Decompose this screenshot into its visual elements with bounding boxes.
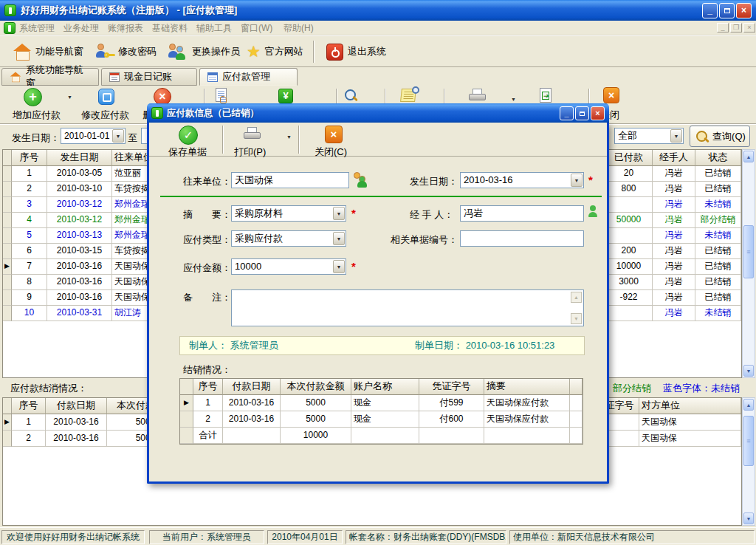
- export-icon[interactable]: ➔: [540, 88, 551, 103]
- made-date-label: 制单日期： 2010-03-16 10:51:23: [415, 337, 554, 354]
- change-password-button[interactable]: 修改密码: [92, 39, 161, 64]
- save-button[interactable]: 保存单据: [168, 145, 207, 159]
- close-icon[interactable]: ×: [325, 126, 343, 143]
- menu-system[interactable]: 系统管理: [19, 22, 55, 34]
- chevron-down-icon[interactable]: ▼: [333, 232, 345, 245]
- payables-scrollbar[interactable]: ▲ ≡ ▼: [742, 149, 755, 378]
- search-icon[interactable]: [343, 88, 359, 104]
- main-toolbar: 功能导航窗 修改密码 更换操作员 ★ 官方网站 退出系统: [0, 35, 756, 67]
- mdi-close-button[interactable]: ×: [743, 23, 755, 32]
- column-header: 序号: [193, 379, 223, 395]
- scroll-down-icon[interactable]: ▼: [743, 513, 754, 524]
- print-button[interactable]: 打印(P): [234, 145, 266, 159]
- print-icon[interactable]: [468, 89, 487, 103]
- exit-system-button[interactable]: 退出系统: [322, 39, 391, 64]
- minimize-button[interactable]: _: [702, 3, 718, 18]
- type-combo[interactable]: 采购应付款 ▼: [231, 230, 346, 247]
- menu-business[interactable]: 业务处理: [63, 22, 99, 34]
- handler-field[interactable]: 冯岩: [460, 205, 584, 222]
- summary-combo[interactable]: 采购原材料 ▼: [231, 205, 346, 222]
- edit-payable-icon[interactable]: [98, 89, 114, 105]
- row-selector: [3, 197, 12, 213]
- scroll-up-icon[interactable]: ▲: [743, 151, 754, 162]
- cell: [570, 395, 583, 411]
- official-website-button[interactable]: ★ 官方网站: [242, 39, 308, 64]
- add-payable-icon[interactable]: +: [24, 88, 42, 106]
- scrollbar-thumb[interactable]: ≡: [743, 416, 754, 466]
- amount-combo[interactable]: 10000 ▼: [231, 258, 346, 275]
- scroll-down-icon[interactable]: ▼: [571, 313, 582, 324]
- nav-window-button[interactable]: 功能导航窗: [9, 39, 88, 64]
- edit-payable-button[interactable]: 修改应付款: [81, 109, 129, 122]
- scroll-up-icon[interactable]: ▲: [571, 292, 582, 303]
- date-from-combo[interactable]: 2010-01-01 ▼: [61, 128, 126, 144]
- mdi-minimize-button[interactable]: _: [717, 23, 729, 32]
- cell: 已结销: [695, 290, 741, 306]
- cell: 天国动保: [639, 414, 741, 431]
- row-selector: [3, 275, 12, 290]
- save-icon[interactable]: ✓: [179, 126, 198, 145]
- status-filter-combo[interactable]: 全部 ▼: [614, 128, 684, 144]
- cell: 部分结销: [695, 213, 741, 228]
- menu-tools[interactable]: 辅助工具: [196, 22, 232, 34]
- chevron-down-icon[interactable]: ▼: [333, 207, 345, 220]
- dialog-close-button[interactable]: ×: [591, 106, 605, 120]
- dialog-minimize-button[interactable]: _: [560, 106, 574, 120]
- close-tab-icon[interactable]: ×: [603, 87, 619, 103]
- pick-unit-icon[interactable]: [354, 172, 367, 187]
- users-icon: [168, 44, 188, 60]
- scroll-down-icon[interactable]: ▼: [743, 365, 754, 377]
- settle-table[interactable]: 序号付款日期本次付款金额账户名称凭证字号摘要▶12010-03-165000现金…: [179, 378, 583, 445]
- print-dropdown-arrow[interactable]: ▼: [511, 97, 516, 102]
- dialog-close-button-label[interactable]: 关闭(C): [315, 145, 347, 159]
- cell: 冯岩: [653, 182, 695, 197]
- note-textarea[interactable]: ▲ ▼: [231, 289, 584, 326]
- change-operator-button[interactable]: 更换操作员: [164, 39, 244, 64]
- app-icon: [151, 107, 163, 119]
- column-header: 凭证字号: [419, 379, 484, 395]
- mdi-restore-button[interactable]: ❒: [730, 23, 742, 32]
- cell: 2010-03-15: [47, 244, 112, 259]
- required-marker: *: [351, 207, 356, 219]
- tab-nav-window[interactable]: 系统功能导航窗: [1, 68, 99, 86]
- column-header: 本次付款金额: [281, 379, 351, 395]
- toolbar-separator: [298, 126, 300, 154]
- query-button[interactable]: 查询(Q): [690, 126, 750, 147]
- tab-payables[interactable]: 应付款管理: [199, 68, 298, 86]
- chevron-down-icon[interactable]: ▼: [670, 129, 682, 143]
- maker-label: 制单人： 系统管理员: [189, 337, 278, 354]
- menu-reports[interactable]: 账簿报表: [108, 22, 143, 34]
- yen-icon[interactable]: ¥: [278, 89, 293, 103]
- cell: 6: [12, 244, 47, 259]
- dialog-restore-button[interactable]: [575, 106, 589, 120]
- close-button[interactable]: ×: [736, 3, 752, 18]
- pick-handler-icon[interactable]: [588, 205, 599, 220]
- tab-cash-journal[interactable]: 现金日记账: [101, 68, 197, 86]
- occur-date-combo[interactable]: 2010-03-16 ▼: [460, 172, 584, 188]
- ref-no-label: 相关单据编号：: [391, 233, 458, 247]
- add-dropdown-arrow[interactable]: ▼: [67, 95, 72, 100]
- print-dropdown-arrow[interactable]: ▼: [286, 134, 292, 140]
- unit-field[interactable]: 天国动保: [231, 172, 349, 188]
- grid-header-row: 序号付款日期本次付款金额账户名称凭证字号摘要: [180, 379, 583, 395]
- table-row[interactable]: 22010-03-165000现金付600天国动保应付款: [180, 411, 583, 428]
- table-row[interactable]: ▶12010-03-165000现金付599天国动保应付款: [180, 395, 583, 411]
- column-header: 账户名称: [351, 379, 419, 395]
- add-payable-button[interactable]: 增加应付款: [13, 109, 61, 122]
- cell: [605, 228, 653, 244]
- cell: 10000: [605, 259, 653, 275]
- scroll-up-icon[interactable]: ▲: [743, 399, 754, 411]
- restore-button[interactable]: [719, 3, 735, 18]
- settle-register-icon[interactable]: [216, 88, 227, 102]
- menu-help[interactable]: 帮助(H): [284, 22, 314, 34]
- settlement-scrollbar[interactable]: ▲ ≡ ▼: [742, 397, 755, 526]
- scrollbar-thumb[interactable]: ≡: [743, 225, 754, 278]
- table-row[interactable]: 合计10000: [180, 428, 583, 444]
- chevron-down-icon[interactable]: ▼: [112, 129, 124, 143]
- ref-no-field[interactable]: [460, 230, 584, 247]
- chevron-down-icon[interactable]: ▼: [571, 174, 583, 187]
- menu-window[interactable]: 窗口(W): [241, 22, 272, 34]
- menu-basedata[interactable]: 基础资料: [152, 22, 188, 34]
- chevron-down-icon[interactable]: ▼: [333, 260, 345, 273]
- print-icon[interactable]: [243, 127, 262, 142]
